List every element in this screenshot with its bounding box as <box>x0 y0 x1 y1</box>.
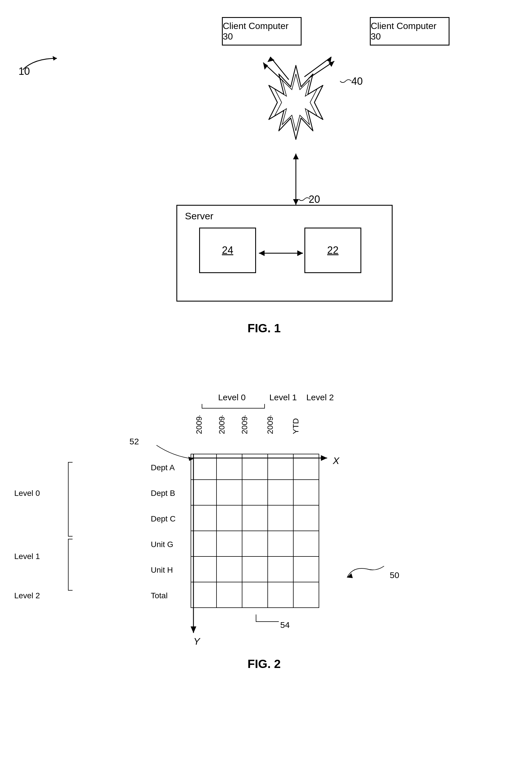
table-row <box>191 531 319 556</box>
page: 10 Client Computer 30 Client Computer 30 <box>0 0 532 761</box>
col-2009-03: 2009-03 <box>239 415 262 452</box>
svg-marker-21 <box>188 457 194 461</box>
x-axis-arrow <box>188 452 330 464</box>
svg-marker-13 <box>293 199 299 205</box>
label-52: 52 <box>130 437 139 446</box>
col-ytd: YTD <box>290 415 313 452</box>
fig1-title: FIG. 1 <box>248 322 281 335</box>
svg-marker-15 <box>259 250 265 256</box>
client-left-label: Client Computer 30 <box>223 21 301 42</box>
svg-marker-18 <box>321 455 327 461</box>
col-2009-02: 2009-02 <box>216 415 239 452</box>
label-54: 54 <box>280 620 290 630</box>
table-row <box>191 582 319 608</box>
svg-marker-20 <box>191 626 196 633</box>
client-right-label: Client Computer 30 <box>371 21 449 42</box>
label-10: 10 <box>19 65 30 77</box>
label-54-arrow <box>228 613 284 630</box>
row-dept-b: Dept B <box>151 489 175 498</box>
box-24-label: 24 <box>222 244 233 256</box>
row-total: Total <box>151 591 168 600</box>
col-ytd-label: YTD <box>291 415 300 434</box>
svg-marker-0 <box>53 56 57 61</box>
label-50: 50 <box>390 570 399 580</box>
server-label: Server <box>185 210 213 222</box>
y-axis-label: Y <box>194 636 200 647</box>
starburst-icon <box>248 54 344 151</box>
row-dept-c: Dept C <box>151 514 176 523</box>
svg-marker-16 <box>297 250 303 256</box>
col-2009-03-label: 2009-03 <box>240 415 249 434</box>
svg-marker-12 <box>293 153 299 159</box>
row-unit-g: Unit G <box>151 540 173 549</box>
row-unit-h: Unit H <box>151 565 173 575</box>
label-52-arrow <box>145 439 202 462</box>
col-level-headers: Level 0 Level 1 Level 2 <box>199 392 338 402</box>
table-row <box>191 556 319 582</box>
col-level-1-header: Level 1 <box>265 392 302 402</box>
table-row <box>191 480 319 505</box>
col-2009-q1-label: 2009-Q1 <box>266 415 275 434</box>
fig2-title: FIG. 2 <box>248 657 281 671</box>
label-50-arrow <box>338 560 395 583</box>
box-22-label: 22 <box>327 244 338 256</box>
fig1-section: 10 Client Computer 30 Client Computer 30 <box>0 0 532 370</box>
squiggle-20 <box>299 195 312 204</box>
data-grid <box>191 454 319 608</box>
col-2009-01-label: 2009-01 <box>195 415 204 434</box>
level0-bracket <box>199 403 267 411</box>
svg-marker-8 <box>263 63 268 70</box>
row-level0-label: Level 0 <box>14 489 40 498</box>
svg-marker-1 <box>269 65 323 140</box>
inner-box-22: 22 <box>304 228 361 273</box>
col-level-2-header: Level 2 <box>302 392 338 402</box>
col-level-0-header: Level 0 <box>199 392 265 402</box>
client-box-right: Client Computer 30 <box>370 17 449 45</box>
row-level2-label: Level 2 <box>14 591 40 600</box>
level0-row-brace <box>63 461 74 538</box>
x-axis-label: X <box>333 455 339 466</box>
level1-row-brace <box>63 538 74 593</box>
inner-box-24: 24 <box>199 228 256 273</box>
y-axis-arrow <box>188 452 199 634</box>
client-box-left: Client Computer 30 <box>222 17 302 45</box>
squiggle-40 <box>340 77 354 85</box>
col-2009-q1: 2009-Q1 <box>265 415 287 452</box>
horizontal-arrow <box>256 245 306 262</box>
table-row <box>191 505 319 531</box>
row-level1-label: Level 1 <box>14 552 40 561</box>
row-dept-a: Dept A <box>151 463 175 472</box>
col-2009-02-label: 2009-02 <box>217 415 226 434</box>
